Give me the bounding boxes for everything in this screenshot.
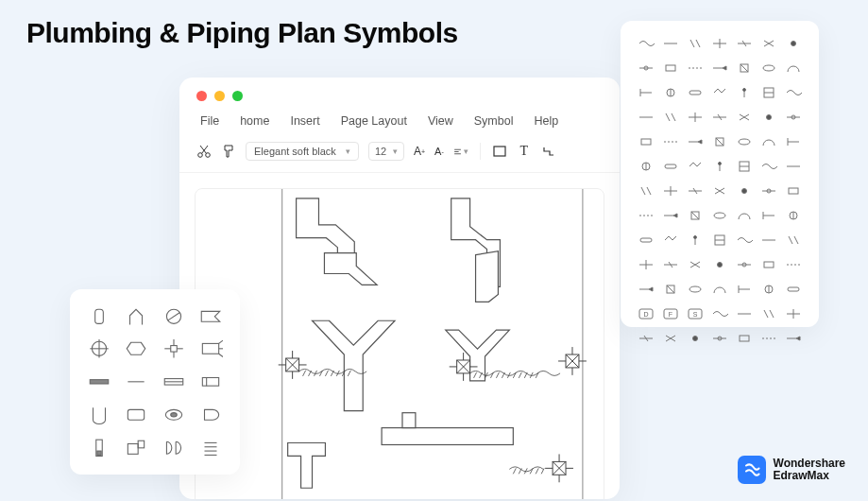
symbol-mini-66[interactable]: [711, 258, 728, 271]
symbol-vessel[interactable]: [124, 305, 148, 326]
symbol-label-d[interactable]: D: [638, 307, 655, 320]
symbol-mini-32[interactable]: [736, 135, 753, 148]
symbol-cap[interactable]: [198, 405, 223, 425]
symbol-mini-67[interactable]: [736, 258, 753, 271]
symbol-burst[interactable]: [198, 338, 223, 359]
symbol-mini-6[interactable]: [785, 37, 802, 50]
symbol-mini-25[interactable]: [736, 111, 753, 124]
symbol-stack[interactable]: [198, 438, 223, 458]
symbol-mini-43[interactable]: [662, 184, 679, 198]
symbol-mini-65[interactable]: [687, 258, 704, 271]
symbol-plate[interactable]: [162, 371, 186, 392]
symbol-mini-39[interactable]: [736, 160, 753, 173]
symbol-mini-15[interactable]: [662, 86, 679, 99]
symbol-mini-18[interactable]: [736, 86, 753, 99]
menu-symbol[interactable]: Symbol: [474, 114, 514, 128]
symbol-mini-72[interactable]: [687, 283, 704, 296]
symbol-mini-27[interactable]: [785, 111, 802, 124]
increase-font-icon[interactable]: A+: [414, 144, 425, 159]
symbol-mini-30[interactable]: [687, 135, 704, 148]
symbol-mini-26[interactable]: [760, 111, 777, 124]
symbol-mini-36[interactable]: [662, 160, 679, 173]
symbol-rect-tall[interactable]: [87, 438, 111, 458]
symbol-mini-51[interactable]: [687, 209, 704, 222]
symbol-mini-68[interactable]: [760, 258, 777, 271]
symbol-mini-8[interactable]: [662, 61, 679, 75]
symbol-mini-20[interactable]: [785, 86, 802, 99]
symbol-mini-55[interactable]: [785, 209, 802, 222]
symbol-mini-29[interactable]: [662, 135, 679, 148]
symbol-mini-33[interactable]: [760, 135, 777, 148]
menu-view[interactable]: View: [428, 114, 453, 128]
symbol-mini-35[interactable]: [638, 160, 655, 173]
symbol-dd[interactable]: [162, 438, 186, 458]
symbol-target[interactable]: [87, 338, 111, 359]
symbol-mini-28[interactable]: [638, 135, 655, 148]
menu-help[interactable]: Help: [534, 114, 558, 128]
symbol-mini-0[interactable]: [638, 37, 655, 50]
symbol-bar[interactable]: [87, 371, 111, 392]
symbol-line[interactable]: [124, 371, 148, 392]
symbol-mini-56[interactable]: [638, 233, 655, 247]
symbol-mini-4[interactable]: [736, 37, 753, 50]
symbol-mini-7[interactable]: [638, 61, 655, 75]
symbol-disc[interactable]: [162, 405, 186, 425]
symbol-mini-1[interactable]: [662, 37, 679, 50]
symbol-mini-48[interactable]: [785, 184, 802, 198]
symbol-mini-37[interactable]: [687, 160, 704, 173]
symbol-hex[interactable]: [124, 338, 148, 359]
symbol-label-f[interactable]: F: [662, 307, 679, 320]
format-painter-icon[interactable]: [221, 144, 236, 159]
symbol-mini-40[interactable]: [760, 160, 777, 173]
symbol-mini-85[interactable]: [662, 332, 679, 345]
align-icon[interactable]: ▾: [453, 144, 468, 159]
symbol-mini-86[interactable]: [687, 332, 704, 345]
symbol-mini-46[interactable]: [736, 184, 753, 198]
symbol-mini-71[interactable]: [662, 283, 679, 296]
drawing-canvas[interactable]: [195, 188, 604, 499]
symbol-cylinder[interactable]: [87, 305, 111, 326]
symbol-mini-24[interactable]: [711, 111, 728, 124]
symbol-mini-70[interactable]: [638, 283, 655, 296]
symbol-mini-31[interactable]: [711, 135, 728, 148]
symbol-mini-64[interactable]: [662, 258, 679, 271]
symbol-mini-3[interactable]: [711, 37, 728, 50]
maximize-icon[interactable]: [232, 91, 243, 101]
text-tool-icon[interactable]: T: [517, 144, 532, 159]
symbol-mini-14[interactable]: [638, 86, 655, 99]
symbol-mini-16[interactable]: [687, 86, 704, 99]
symbol-rounded-rect[interactable]: [124, 405, 148, 425]
minimize-icon[interactable]: [214, 91, 225, 101]
symbol-mini-19[interactable]: [760, 86, 777, 99]
symbol-mini-9[interactable]: [687, 61, 704, 75]
symbol-mini-69[interactable]: [785, 258, 802, 271]
symbol-mini-53[interactable]: [736, 209, 753, 222]
symbol-mini-44[interactable]: [687, 184, 704, 198]
symbol-mini-47[interactable]: [760, 184, 777, 198]
symbol-mini-52[interactable]: [711, 209, 728, 222]
symbol-mini-83[interactable]: [785, 307, 802, 320]
symbol-mini-58[interactable]: [687, 233, 704, 247]
symbol-circle-slash[interactable]: [162, 305, 186, 326]
symbol-mini-42[interactable]: [638, 184, 655, 198]
symbol-mini-82[interactable]: [760, 307, 777, 320]
symbol-mini-80[interactable]: [711, 307, 728, 320]
symbol-banner[interactable]: [198, 305, 223, 326]
symbol-mini-17[interactable]: [711, 86, 728, 99]
symbol-mini-75[interactable]: [760, 283, 777, 296]
symbol-mini-62[interactable]: [785, 233, 802, 247]
symbol-mini-41[interactable]: [785, 160, 802, 173]
symbol-mini-73[interactable]: [711, 283, 728, 296]
menu-insert[interactable]: Insert: [290, 114, 319, 128]
symbol-mini-12[interactable]: [760, 61, 777, 75]
symbol-mini-89[interactable]: [760, 332, 777, 345]
font-select[interactable]: Elegant soft black ▾: [246, 142, 359, 161]
connector-tool-icon[interactable]: [541, 144, 556, 159]
symbol-mini-13[interactable]: [785, 61, 802, 75]
symbol-mini-87[interactable]: [711, 332, 728, 345]
symbol-slot[interactable]: [198, 371, 223, 392]
symbol-compound[interactable]: [124, 438, 148, 458]
symbol-mini-10[interactable]: [711, 61, 728, 75]
symbol-mini-38[interactable]: [711, 160, 728, 173]
rectangle-tool-icon[interactable]: [492, 144, 507, 159]
